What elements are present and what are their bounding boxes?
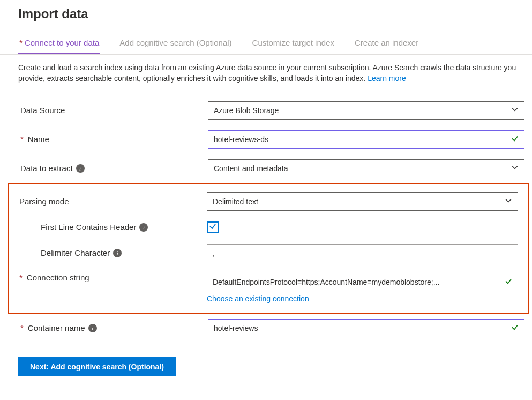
tab-connect-data[interactable]: * Connect to your data	[18, 32, 100, 54]
tab-cognitive-search[interactable]: Add cognitive search (Optional)	[118, 32, 233, 54]
container-name-input[interactable]: hotel-reviews	[208, 319, 524, 337]
label-data-source: Data Source	[20, 106, 203, 115]
info-icon[interactable]: i	[88, 324, 97, 332]
delimiter-input[interactable]: ,	[207, 244, 518, 262]
connection-string-input[interactable]: DefaultEndpointsProtocol=https;AccountNa…	[207, 273, 518, 291]
chevron-down-icon	[511, 106, 519, 115]
page-title: Import data	[0, 0, 532, 29]
info-icon[interactable]: i	[139, 223, 148, 232]
data-to-extract-select[interactable]: Content and metadata	[208, 159, 524, 177]
check-icon	[511, 135, 519, 144]
info-icon[interactable]: i	[113, 249, 122, 257]
learn-more-link[interactable]: Learn more	[368, 74, 406, 83]
label-first-line-header: First Line Contains Header i	[19, 223, 201, 232]
highlighted-section: Parsing mode Delimited text First Line C…	[8, 183, 529, 314]
chevron-down-icon	[505, 197, 512, 206]
next-button[interactable]: Next: Add cognitive search (Optional)	[18, 357, 176, 376]
choose-existing-connection-link[interactable]: Choose an existing connection	[207, 294, 309, 303]
label-connection-string: *Connection string	[19, 273, 201, 282]
parsing-mode-select[interactable]: Delimited text	[207, 192, 518, 211]
check-icon	[209, 223, 216, 232]
first-line-header-checkbox[interactable]	[207, 221, 219, 233]
label-data-to-extract: Data to extract i	[20, 164, 203, 173]
label-parsing-mode: Parsing mode	[19, 197, 201, 206]
tab-create-indexer[interactable]: Create an indexer	[354, 32, 419, 54]
data-source-select[interactable]: Azure Blob Storage	[208, 101, 524, 120]
check-icon	[511, 323, 519, 332]
description-text: Create and load a search index using dat…	[18, 62, 527, 84]
label-name: *Name	[20, 135, 203, 144]
label-container-name: *Container name i	[20, 323, 203, 332]
check-icon	[505, 277, 512, 286]
tabs: * Connect to your data Add cognitive sea…	[0, 32, 532, 55]
label-delimiter: Delimiter Character i	[19, 248, 201, 257]
info-icon[interactable]: i	[76, 164, 85, 173]
chevron-down-icon	[511, 164, 519, 173]
tab-customize-index[interactable]: Customize target index	[251, 32, 335, 54]
name-input[interactable]: hotel-reviews-ds	[208, 130, 524, 149]
